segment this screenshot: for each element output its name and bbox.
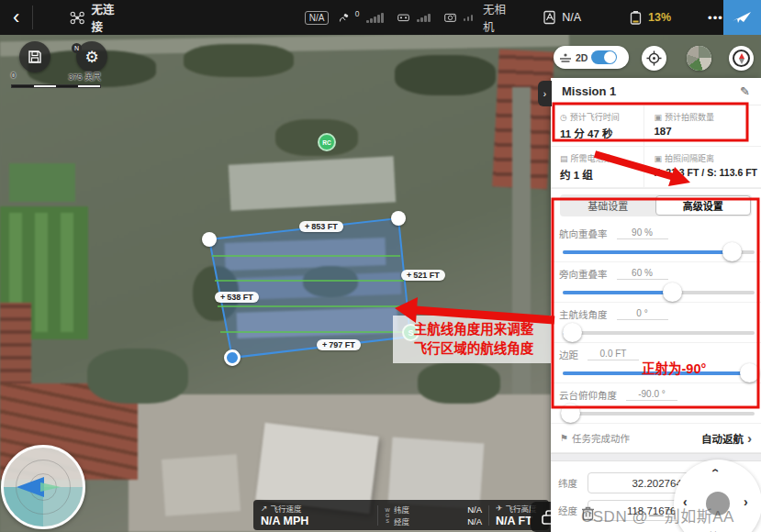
dpad-up-icon[interactable]: ›: [707, 469, 722, 473]
drag-cross-icon: +: [305, 222, 309, 231]
flight-mode-icon: [543, 10, 557, 25]
airplane-icon: [731, 8, 753, 27]
mission-stats-grid: ◷预计飞行时间 11 分 47 秒 ▣预计拍照数量 187 ▤所需电池数 约 1…: [551, 105, 761, 189]
margin-value[interactable]: 0.0 FT: [588, 349, 639, 360]
stat-battery-count: ▤所需电池数 约 1 组: [551, 147, 644, 188]
telemetry-lat-label: 纬度: [394, 504, 409, 515]
takeoff-button[interactable]: [723, 0, 761, 35]
scale-start: 0: [11, 71, 16, 83]
edit-mission-icon[interactable]: ✎: [740, 84, 750, 98]
save-mission-button[interactable]: [19, 41, 50, 72]
save-icon: [28, 50, 42, 64]
locate-button[interactable]: [642, 46, 666, 71]
status-cluster: N/A 0 无相机: [305, 0, 508, 35]
chevron-right-icon: ›: [543, 89, 546, 99]
drag-cross-icon: +: [220, 293, 225, 302]
edge-length-label-top[interactable]: +853 FT: [299, 221, 343, 232]
mission-title: Mission 1: [562, 84, 616, 98]
slider-knob[interactable]: [563, 323, 582, 342]
slider-knob[interactable]: [663, 283, 682, 302]
route-angle-track[interactable]: [563, 331, 755, 335]
back-chevron-icon: ‹: [13, 7, 19, 28]
compass-reset-button[interactable]: [729, 46, 754, 71]
satellite-icon: [339, 11, 350, 25]
edge-length-label-bottom[interactable]: +797 FT: [317, 339, 361, 350]
more-menu-button[interactable]: •••: [708, 11, 723, 25]
flag-icon: ⚑: [560, 433, 568, 443]
slider-course-overlap: 航向重叠率90 %: [551, 222, 761, 262]
battery-cluster[interactable]: 13%: [629, 10, 671, 26]
gimbal-pitch-track[interactable]: [563, 412, 755, 416]
gps-signal-bars: [366, 13, 384, 23]
vertex-handle-topright[interactable]: [391, 211, 406, 226]
dpad-right-icon[interactable]: ›: [744, 494, 748, 509]
battery-icon: ▤: [560, 154, 568, 163]
map-mode-toggle[interactable]: 2D: [554, 46, 629, 69]
telemetry-lng-label: 经度: [394, 515, 409, 526]
slider-knob[interactable]: [740, 363, 759, 382]
status-topbar: ‹ 无连接 N/A 0 无相机 N/A 13% •••: [0, 0, 761, 35]
map-thumbnail: [687, 46, 711, 71]
watermark: CSDN @一别如斯AA: [581, 504, 734, 526]
altitude-icon: ✈: [496, 504, 503, 513]
battery-percent: 13%: [648, 11, 671, 24]
north-indicator: N: [72, 43, 82, 53]
course-overlap-track[interactable]: [563, 250, 755, 254]
map-scale-bar: 0 375 英尺: [11, 71, 101, 88]
flight-mode-cluster[interactable]: N/A: [543, 10, 581, 25]
slider-knob[interactable]: [722, 242, 742, 261]
speed-value: N/A MPH: [261, 515, 371, 527]
vertex-handle-bottomleft-selected[interactable]: [224, 349, 241, 366]
flight-mode-value: N/A: [562, 11, 581, 24]
tab-advanced-settings[interactable]: 高级设置: [655, 195, 752, 216]
panel-header: Mission 1 ✎: [551, 78, 761, 105]
stat-flight-time: ◷预计飞行时间 11 分 47 秒: [551, 105, 644, 147]
attitude-compass-widget[interactable]: [1, 445, 85, 529]
side-overlap-track[interactable]: [563, 291, 755, 294]
connection-status: 无连接: [91, 0, 120, 35]
map-layers-drone-icon: [559, 52, 572, 63]
mode-toggle-switch[interactable]: [591, 50, 617, 64]
gps-count: 0: [355, 9, 360, 18]
panel-collapse-tab[interactable]: ›: [538, 81, 552, 106]
rc-location-marker: RC: [318, 133, 336, 151]
slider-gimbal-pitch: 云台俯仰角度-90.0 °: [551, 383, 761, 424]
stat-photo-interval: ▣拍照间隔距离 F: 21.3 FT / S: 113.6 FT: [644, 147, 761, 188]
camera-icon: ▣: [654, 154, 662, 163]
mission-panel: Mission 1 ✎ ◷预计飞行时间 11 分 47 秒 ▣预计拍照数量 18…: [551, 78, 761, 532]
drag-cross-icon: +: [407, 271, 411, 280]
gear-icon: ⚙: [84, 48, 98, 66]
drone-icon: [70, 10, 84, 26]
stat-photo-count: ▣预计拍照数量 187: [644, 105, 761, 147]
speed-icon: ↗: [261, 504, 268, 513]
telemetry-bar: ↗飞行速度 N/A MPH WGS 纬度N/A 经度N/A ✈飞行高度 N/A …: [253, 500, 549, 530]
vertex-handle-topleft[interactable]: [202, 232, 217, 247]
route-angle-note: 主航线角度用来调整 飞行区域的航线角度: [393, 316, 554, 363]
app-window: S +853 FT +521 FT +538 FT +797 FT RC ⚙ 0…: [0, 0, 761, 532]
slider-route-angle: 主航线角度0 °: [551, 303, 761, 343]
side-overlap-value[interactable]: 60 %: [617, 268, 668, 280]
compass-icon: [733, 50, 750, 67]
map-layer-thumbnail-button[interactable]: [687, 46, 711, 71]
edge-length-label-right[interactable]: +521 FT: [401, 270, 445, 281]
finish-action-value: 自动返航: [701, 431, 744, 446]
drag-cross-icon: +: [322, 340, 327, 349]
camera-status-text: 无相机: [483, 0, 508, 35]
rc-heading-needle: [40, 482, 61, 492]
edge-length-label-left[interactable]: +538 FT: [215, 292, 259, 303]
divider: [32, 6, 33, 29]
back-button[interactable]: ‹: [0, 7, 32, 28]
gimbal-pitch-value[interactable]: -90.0 °: [626, 389, 677, 401]
ortho-note: 正射为-90°: [642, 358, 706, 377]
speed-label: 飞行速度: [271, 503, 302, 514]
slider-knob[interactable]: [561, 404, 580, 423]
map-mode-label: 2D: [576, 52, 588, 63]
remote-controller-icon: [397, 11, 409, 24]
route-angle-value[interactable]: 0 °: [617, 308, 668, 320]
tab-basic-settings[interactable]: 基础设置: [561, 195, 655, 216]
finish-action-row[interactable]: ⚑任务完成动作 自动返航 ›: [551, 424, 761, 453]
telemetry-lat-value: N/A: [467, 504, 482, 515]
camera-icon: [444, 11, 456, 24]
photo-icon: ▣: [654, 113, 662, 122]
course-overlap-value[interactable]: 90 %: [617, 227, 668, 239]
